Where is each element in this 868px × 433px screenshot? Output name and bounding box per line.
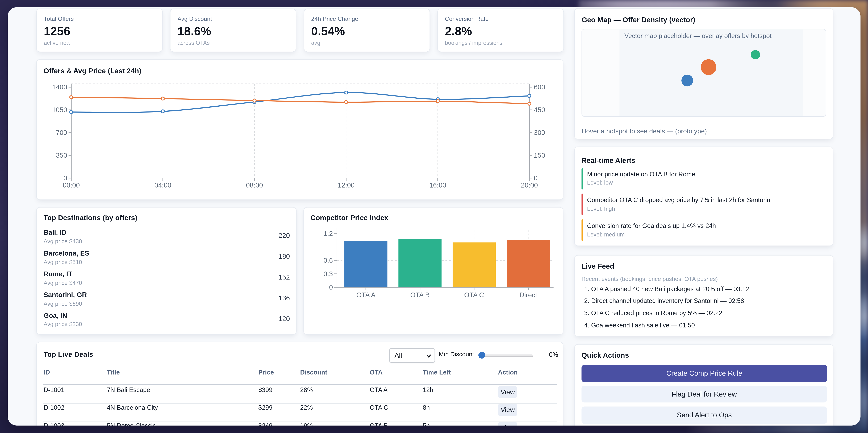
svg-text:OTA C: OTA C xyxy=(464,291,484,299)
svg-text:00:00: 00:00 xyxy=(63,182,80,189)
svg-text:150: 150 xyxy=(534,152,545,159)
svg-text:12:00: 12:00 xyxy=(338,182,355,189)
svg-text:700: 700 xyxy=(56,129,67,136)
svg-text:300: 300 xyxy=(534,129,545,136)
svg-text:1400: 1400 xyxy=(52,84,67,91)
svg-text:1050: 1050 xyxy=(52,106,67,114)
svg-text:16:00: 16:00 xyxy=(430,182,446,189)
svg-text:350: 350 xyxy=(56,152,67,159)
svg-text:450: 450 xyxy=(534,106,545,114)
svg-text:Direct: Direct xyxy=(519,291,537,299)
svg-text:04:00: 04:00 xyxy=(155,182,172,189)
svg-text:0: 0 xyxy=(329,283,333,291)
svg-text:OTA B: OTA B xyxy=(410,291,430,299)
svg-text:0: 0 xyxy=(64,175,67,182)
svg-text:600: 600 xyxy=(534,84,545,91)
svg-text:0.3: 0.3 xyxy=(323,270,333,277)
svg-text:0: 0 xyxy=(534,175,538,182)
svg-text:08:00: 08:00 xyxy=(246,182,263,189)
svg-text:1.2: 1.2 xyxy=(323,230,333,237)
svg-text:0.6: 0.6 xyxy=(323,256,333,264)
svg-text:20:00: 20:00 xyxy=(521,182,538,189)
svg-text:OTA A: OTA A xyxy=(356,291,375,299)
